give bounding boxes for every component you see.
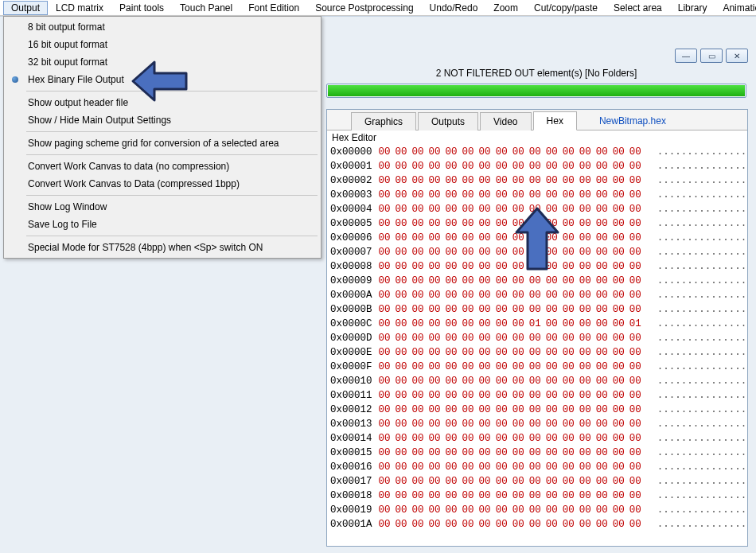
menuitem-16-bit-ouput-format[interactable]: 16 bit ouput format bbox=[6, 36, 319, 53]
status-area: 2 NOT FILTERED OUT element(s) [No Folder… bbox=[326, 66, 746, 104]
hex-ascii: ................ bbox=[653, 333, 747, 344]
hex-ascii: ................ bbox=[653, 161, 747, 172]
output-dropdown: 8 bit output format16 bit ouput format32… bbox=[3, 16, 321, 259]
menu-source-postprocessing[interactable]: Source Postprocessing bbox=[307, 1, 421, 15]
hex-row[interactable]: 0x0000B00000000000000000000000000000000.… bbox=[327, 302, 747, 317]
menuitem-convert-work-canvas-to-data-compressed-1[interactable]: Convert Work Canvas to Data (compressed … bbox=[6, 175, 319, 193]
hex-address: 0x0000B bbox=[327, 304, 372, 315]
hex-address: 0x0000C bbox=[327, 318, 372, 329]
menu-select-area[interactable]: Select area bbox=[606, 1, 670, 15]
filename-link[interactable]: NewBitmap.hex bbox=[594, 112, 671, 130]
hex-row[interactable]: 0x0001900000000000000000000000000000000.… bbox=[327, 503, 747, 517]
hex-row[interactable]: 0x0001800000000000000000000000000000000.… bbox=[327, 489, 747, 503]
menuitem-label: Show output header file bbox=[28, 97, 128, 108]
menu-animation[interactable]: Animation bbox=[715, 1, 756, 15]
hex-row[interactable]: 0x0000F00000000000000000000000000000000.… bbox=[327, 360, 747, 374]
menu-undo-redo[interactable]: Undo/Redo bbox=[422, 1, 486, 15]
hex-ascii: ................ bbox=[653, 461, 747, 473]
radio-bullet-icon bbox=[12, 76, 18, 83]
hex-row[interactable]: 0x0000900000000000000000000000000000000.… bbox=[327, 274, 747, 288]
hex-row[interactable]: 0x0000A00000000000000000000000000000000.… bbox=[327, 288, 747, 302]
hex-address: 0x00002 bbox=[327, 175, 372, 186]
menuitem-label: 32 bit ouput format bbox=[28, 56, 107, 68]
hex-address: 0x00000 bbox=[327, 146, 372, 158]
menu-separator bbox=[26, 195, 318, 196]
minimize-button[interactable]: — bbox=[675, 49, 697, 63]
hex-ascii: ................ bbox=[653, 376, 747, 387]
menuitem-special-mode-for-st7528-4bpp-when-sp-swi[interactable]: Special Mode for ST7528 (4bpp) when <Sp>… bbox=[6, 239, 319, 256]
hex-ascii: ................ bbox=[653, 490, 747, 501]
menuitem-8-bit-output-format[interactable]: 8 bit output format bbox=[6, 18, 319, 36]
hex-row[interactable]: 0x0001A00000000000000000000000000000000.… bbox=[327, 517, 747, 532]
menuitem-show-log-window[interactable]: Show Log Window bbox=[6, 198, 319, 216]
menuitem-show-paging-scheme-grid-for-conversion-o[interactable]: Show paging scheme grid for conversion o… bbox=[6, 134, 319, 152]
menu-font-edition[interactable]: Font Edition bbox=[240, 1, 307, 15]
hex-ascii: ................ bbox=[653, 347, 747, 358]
hex-address: 0x00013 bbox=[327, 419, 372, 430]
maximize-button[interactable]: ▭ bbox=[700, 49, 723, 63]
hex-address: 0x00015 bbox=[327, 447, 372, 458]
hex-ascii: ................ bbox=[653, 247, 747, 258]
hex-ascii: ................ bbox=[653, 476, 747, 487]
menu-library[interactable]: Library bbox=[670, 1, 715, 15]
hex-ascii: ................ bbox=[653, 290, 747, 301]
hex-row[interactable]: 0x0000200000000000000000000000000000000.… bbox=[327, 173, 747, 188]
tab-graphics[interactable]: Graphics bbox=[351, 112, 416, 130]
menuitem-save-log-to-file[interactable]: Save Log to File bbox=[6, 216, 319, 233]
hex-address: 0x00003 bbox=[327, 189, 372, 201]
hex-row[interactable]: 0x0001000000000000000000000000000000000.… bbox=[327, 374, 747, 388]
menuitem-label: Show paging scheme grid for conversion o… bbox=[28, 138, 279, 149]
hex-row[interactable]: 0x0001500000000000000000000000000000000.… bbox=[327, 446, 747, 460]
menuitem-convert-work-canvas-to-data-no-compressi[interactable]: Convert Work Canvas to data (no compress… bbox=[6, 158, 319, 175]
hex-ascii: ................ bbox=[653, 232, 747, 243]
hex-row[interactable]: 0x0000C00000000000000000001000000000001.… bbox=[327, 317, 747, 331]
hex-bytes: 00000000000000000000000000000000 bbox=[379, 476, 646, 487]
hex-bytes: 00000000000000000000000000000000 bbox=[379, 189, 646, 201]
hex-address: 0x00017 bbox=[327, 476, 372, 487]
menu-separator bbox=[26, 131, 318, 132]
hex-address: 0x00008 bbox=[327, 261, 372, 272]
hex-address: 0x0000E bbox=[327, 347, 372, 358]
hex-row[interactable]: 0x0000000000000000000000000000000000000.… bbox=[327, 145, 747, 159]
hex-ascii: ................ bbox=[653, 318, 747, 329]
hex-bytes: 00000000000000000000000000000000 bbox=[379, 519, 646, 530]
hex-row[interactable]: 0x0000300000000000000000000000000000000.… bbox=[327, 188, 747, 202]
menu-cut-copy-paste[interactable]: Cut/copy/paste bbox=[526, 1, 606, 15]
menu-lcd-matrix[interactable]: LCD matrix bbox=[48, 1, 111, 15]
hex-row[interactable]: 0x0001700000000000000000000000000000000.… bbox=[327, 474, 747, 489]
menuitem-label: 16 bit ouput format bbox=[28, 39, 107, 50]
menuitem-label: 8 bit output format bbox=[28, 21, 105, 33]
hex-bytes: 00000000000000000000000000000000 bbox=[379, 419, 646, 430]
hex-row[interactable]: 0x0000100000000000000000000000000000000.… bbox=[327, 159, 747, 173]
menuitem-show-hide-main-output-settings[interactable]: Show / Hide Main Output Settings bbox=[6, 111, 319, 129]
tab-video[interactable]: Video bbox=[480, 112, 531, 130]
menu-touch-panel[interactable]: Touch Panel bbox=[172, 1, 240, 15]
hex-ascii: ................ bbox=[653, 404, 747, 415]
menu-output[interactable]: Output bbox=[3, 1, 48, 15]
menu-separator bbox=[26, 154, 318, 155]
hex-row[interactable]: 0x0001400000000000000000000000000000000.… bbox=[327, 431, 747, 446]
hex-address: 0x0000D bbox=[327, 333, 372, 344]
hex-row[interactable]: 0x0001600000000000000000000000000000000.… bbox=[327, 460, 747, 474]
hex-row[interactable]: 0x0000E00000000000000000000000000000000.… bbox=[327, 345, 747, 360]
hex-address: 0x00010 bbox=[327, 376, 372, 387]
hex-address: 0x00004 bbox=[327, 204, 372, 215]
menu-paint-tools[interactable]: Paint tools bbox=[111, 1, 172, 15]
tab-outputs[interactable]: Outputs bbox=[418, 112, 478, 130]
hex-row[interactable]: 0x0000D00000000000000000000000000000000.… bbox=[327, 331, 747, 345]
hex-row[interactable]: 0x0001300000000000000000000000000000000.… bbox=[327, 417, 747, 431]
close-button[interactable]: ✕ bbox=[726, 49, 748, 63]
tab-hex[interactable]: Hex bbox=[533, 111, 577, 130]
hex-ascii: ................ bbox=[653, 189, 747, 201]
hex-address: 0x00016 bbox=[327, 461, 372, 473]
hex-row[interactable]: 0x0001100000000000000000000000000000000.… bbox=[327, 388, 747, 403]
hex-ascii: ................ bbox=[653, 419, 747, 430]
menubar: OutputLCD matrixPaint toolsTouch PanelFo… bbox=[0, 0, 756, 16]
hex-bytes: 00000000000000000000000000000000 bbox=[379, 404, 646, 415]
progress-bar bbox=[326, 84, 746, 98]
hex-address: 0x00019 bbox=[327, 504, 372, 516]
menuitem-label: Special Mode for ST7528 (4bpp) when <Sp>… bbox=[28, 242, 263, 253]
hex-address: 0x00007 bbox=[327, 247, 372, 258]
menu-zoom[interactable]: Zoom bbox=[485, 1, 526, 15]
hex-row[interactable]: 0x0001200000000000000000000000000000000.… bbox=[327, 403, 747, 417]
